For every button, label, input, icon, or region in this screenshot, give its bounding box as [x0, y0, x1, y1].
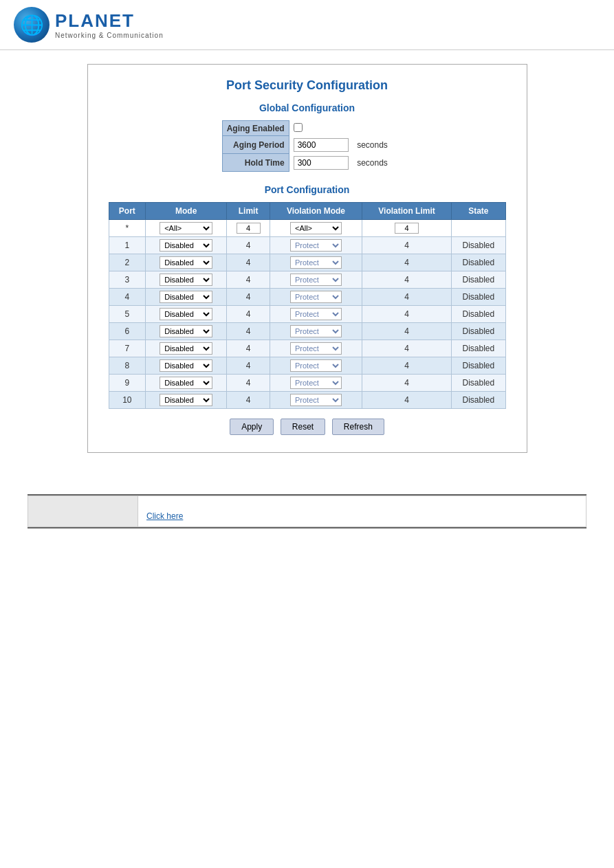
all-mode-select[interactable]: <All> Disabled MAC Limit: [160, 222, 212, 234]
mode-select[interactable]: DisabledMAC Limit: [160, 291, 212, 303]
aging-period-label: Aging Period: [222, 136, 289, 154]
table-row: 7DisabledMAC Limit4ProtectRestrictShutdo…: [109, 340, 505, 357]
all-row: * <All> Disabled MAC Limit <All>: [109, 220, 505, 237]
all-limit-cell: [227, 220, 270, 237]
state-cell: Disabled: [452, 323, 505, 340]
port-number: 9: [109, 375, 146, 392]
violation-limit-cell: 4: [362, 323, 451, 340]
col-violation-mode: Violation Mode: [270, 203, 362, 220]
mode-cell: DisabledMAC Limit: [146, 392, 227, 409]
brand-name: PLANET: [55, 10, 164, 32]
mode-select[interactable]: DisabledMAC Limit: [160, 377, 212, 389]
bottom-col2-line1: [146, 502, 578, 511]
state-cell: Disabled: [452, 357, 505, 375]
violation-mode-cell: ProtectRestrictShutdown: [270, 357, 362, 375]
hold-time-row: Hold Time seconds: [222, 154, 392, 172]
violation-mode-select[interactable]: ProtectRestrictShutdown: [290, 291, 342, 303]
refresh-button[interactable]: Refresh: [332, 419, 384, 435]
state-cell: Disabled: [452, 340, 505, 357]
page-title: Port Security Configuration: [109, 78, 506, 93]
violation-mode-select[interactable]: ProtectRestrictShutdown: [290, 239, 342, 252]
mode-cell: DisabledMAC Limit: [146, 323, 227, 340]
aging-period-input[interactable]: [294, 138, 349, 152]
limit-cell: 4: [227, 340, 270, 357]
table-row: 2DisabledMAC Limit4ProtectRestrictShutdo…: [109, 254, 505, 271]
hold-time-unit: seconds: [353, 154, 392, 172]
limit-cell: 4: [227, 392, 270, 409]
violation-mode-select[interactable]: ProtectRestrictShutdown: [290, 394, 342, 406]
violation-limit-cell: 4: [362, 271, 451, 289]
all-violation-mode-select[interactable]: <All> Protect Restrict Shutdown: [290, 222, 342, 234]
violation-mode-select[interactable]: ProtectRestrictShutdown: [290, 308, 342, 320]
logo-area: PLANET Networking & Communication: [14, 7, 600, 43]
all-violation-limit-input[interactable]: [395, 223, 419, 234]
violation-mode-cell: ProtectRestrictShutdown: [270, 392, 362, 409]
violation-mode-cell: ProtectRestrictShutdown: [270, 254, 362, 271]
table-row: 1DisabledMAC Limit4ProtectRestrictShutdo…: [109, 237, 505, 254]
table-row: 5DisabledMAC Limit4ProtectRestrictShutdo…: [109, 306, 505, 323]
aging-period-row: Aging Period seconds: [222, 136, 392, 154]
limit-cell: 4: [227, 271, 270, 289]
all-violation-mode-cell: <All> Protect Restrict Shutdown: [270, 220, 362, 237]
hold-time-input[interactable]: [294, 156, 349, 170]
mode-select[interactable]: DisabledMAC Limit: [160, 274, 212, 286]
reset-button[interactable]: Reset: [281, 419, 325, 435]
state-cell: Disabled: [452, 375, 505, 392]
aging-period-value-cell: [289, 136, 353, 154]
violation-mode-cell: ProtectRestrictShutdown: [270, 323, 362, 340]
apply-button[interactable]: Apply: [230, 419, 274, 435]
config-box: Port Security Configuration Global Confi…: [87, 64, 527, 453]
violation-limit-cell: 4: [362, 254, 451, 271]
violation-mode-select[interactable]: ProtectRestrictShutdown: [290, 256, 342, 269]
bottom-col1: [28, 496, 138, 527]
logo-text: PLANET Networking & Communication: [55, 10, 164, 39]
port-number: 1: [109, 237, 146, 254]
port-number: 3: [109, 271, 146, 289]
mode-select[interactable]: DisabledMAC Limit: [160, 359, 212, 372]
table-row: 10DisabledMAC Limit4ProtectRestrictShutd…: [109, 392, 505, 409]
state-cell: Disabled: [452, 254, 505, 271]
col-violation-limit: Violation Limit: [362, 203, 451, 220]
aging-enabled-label: Aging Enabled: [222, 121, 289, 136]
mode-cell: DisabledMAC Limit: [146, 289, 227, 306]
limit-cell: 4: [227, 289, 270, 306]
bottom-link[interactable]: Click here: [146, 511, 183, 521]
port-config-title: Port Configuration: [109, 184, 506, 195]
port-number: 6: [109, 323, 146, 340]
port-number: 8: [109, 357, 146, 375]
mode-cell: DisabledMAC Limit: [146, 357, 227, 375]
port-config-table: Port Mode Limit Violation Mode Violation…: [109, 202, 506, 409]
violation-limit-cell: 4: [362, 289, 451, 306]
all-port-cell: *: [109, 220, 146, 237]
violation-mode-select[interactable]: ProtectRestrictShutdown: [290, 274, 342, 286]
limit-cell: 4: [227, 254, 270, 271]
col-state: State: [452, 203, 505, 220]
mode-select[interactable]: DisabledMAC Limit: [160, 342, 212, 355]
bottom-section: Click here: [28, 494, 586, 528]
violation-limit-cell: 4: [362, 306, 451, 323]
violation-mode-select[interactable]: ProtectRestrictShutdown: [290, 342, 342, 355]
aging-enabled-checkbox[interactable]: [294, 123, 303, 132]
violation-mode-select[interactable]: ProtectRestrictShutdown: [290, 377, 342, 389]
limit-cell: 4: [227, 323, 270, 340]
all-limit-input[interactable]: [237, 223, 261, 234]
all-state-cell: [452, 220, 505, 237]
port-number: 10: [109, 392, 146, 409]
mode-select[interactable]: DisabledMAC Limit: [160, 394, 212, 406]
mode-select[interactable]: DisabledMAC Limit: [160, 325, 212, 337]
table-row: 8DisabledMAC Limit4ProtectRestrictShutdo…: [109, 357, 505, 375]
violation-mode-cell: ProtectRestrictShutdown: [270, 306, 362, 323]
mode-select[interactable]: DisabledMAC Limit: [160, 256, 212, 269]
mode-select[interactable]: DisabledMAC Limit: [160, 308, 212, 320]
aging-enabled-value: [289, 121, 353, 136]
state-cell: Disabled: [452, 289, 505, 306]
limit-cell: 4: [227, 375, 270, 392]
mode-select[interactable]: DisabledMAC Limit: [160, 239, 212, 252]
violation-mode-select[interactable]: ProtectRestrictShutdown: [290, 325, 342, 337]
limit-cell: 4: [227, 306, 270, 323]
state-cell: Disabled: [452, 392, 505, 409]
violation-mode-select[interactable]: ProtectRestrictShutdown: [290, 359, 342, 372]
bottom-col2-line2: Click here: [146, 511, 578, 521]
main-content: Port Security Configuration Global Confi…: [0, 50, 614, 542]
state-cell: Disabled: [452, 306, 505, 323]
